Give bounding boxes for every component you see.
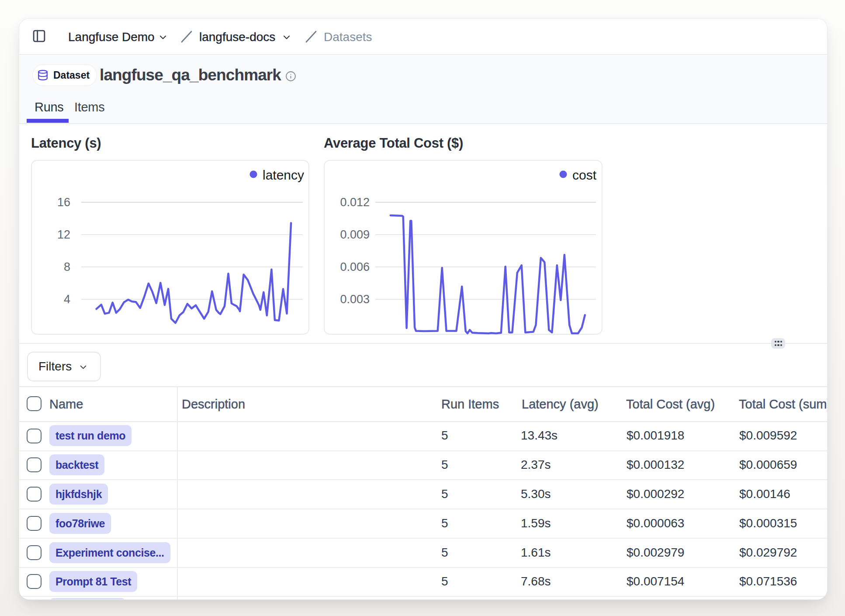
svg-text:0.006: 0.006 — [340, 260, 370, 273]
svg-text:cost: cost — [572, 168, 597, 182]
svg-text:8: 8 — [64, 260, 70, 273]
svg-text:0.003: 0.003 — [340, 293, 370, 306]
svg-text:0.009: 0.009 — [340, 228, 370, 241]
svg-text:0.012: 0.012 — [340, 196, 370, 209]
svg-text:latency: latency — [263, 168, 304, 182]
svg-text:12: 12 — [57, 228, 70, 241]
svg-text:16: 16 — [57, 196, 70, 209]
svg-text:4: 4 — [64, 293, 70, 306]
